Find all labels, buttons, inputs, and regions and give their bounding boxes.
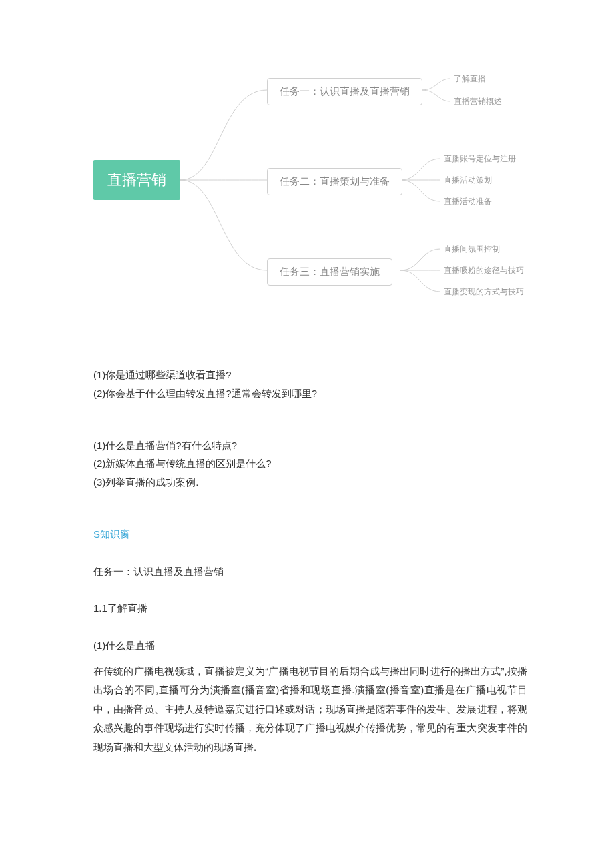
question-b-3: (3)列举直播的成功案例. [93,473,527,492]
question-b-2: (2)新媒体直播与传统直播的区别是什么? [93,454,527,473]
mindmap-task-3: 任务三：直播营销实施 [267,258,392,286]
task-1-title: 任务一：认识直播及直播营销 [93,562,527,581]
mindmap-leaf: 直播营销概述 [454,96,502,107]
question-a-1: (1)你是通过哪些渠道收看直播? [93,366,527,384]
what-is-live-heading: (1)什么是直播 [93,636,527,655]
question-a-2: (2)你会基于什么理由转发直播?通常会转发到哪里? [93,384,527,403]
mindmap-task-2: 任务二：直播策划与准备 [267,168,402,195]
mindmap-leaf: 直播变现的方式与技巧 [444,286,524,298]
mindmap-leaf: 了解直播 [454,73,486,85]
document-body: (1)你是通过哪些渠道收看直播? (2)你会基于什么理由转发直播?通常会转发到哪… [93,366,527,757]
mindmap-root: 直播营销 [93,160,180,200]
mindmap-leaf: 直播间氛围控制 [444,244,500,255]
mindmap-leaf: 直播活动策划 [444,175,492,186]
mindmap-diagram: 直播营销 任务一：认识直播及直播营销 任务二：直播策划与准备 任务三：直播营销实… [67,60,587,307]
question-group-b: (1)什么是直播营俏?有什么特点? (2)新媒体直播与传统直播的区别是什么? (… [93,436,527,492]
mindmap-leaf: 直播账号定位与注册 [444,153,516,165]
mindmap-task-1: 任务一：认识直播及直播营销 [267,78,422,105]
question-b-1: (1)什么是直播营俏?有什么特点? [93,436,527,455]
question-group-a: (1)你是通过哪些渠道收看直播? (2)你会基于什么理由转发直播?通常会转发到哪… [93,366,527,403]
section-1-1-title: 1.1了解直播 [93,599,527,618]
body-paragraph: 在传统的广播电视领域，直播被定义为“广播电视节目的后期合成与播出同时进行的播出方… [93,662,527,757]
knowledge-window-label: S知识窗 [93,525,527,544]
mindmap-leaf: 直播活动准备 [444,196,492,207]
mindmap-leaf: 直播吸粉的途径与技巧 [444,265,524,276]
